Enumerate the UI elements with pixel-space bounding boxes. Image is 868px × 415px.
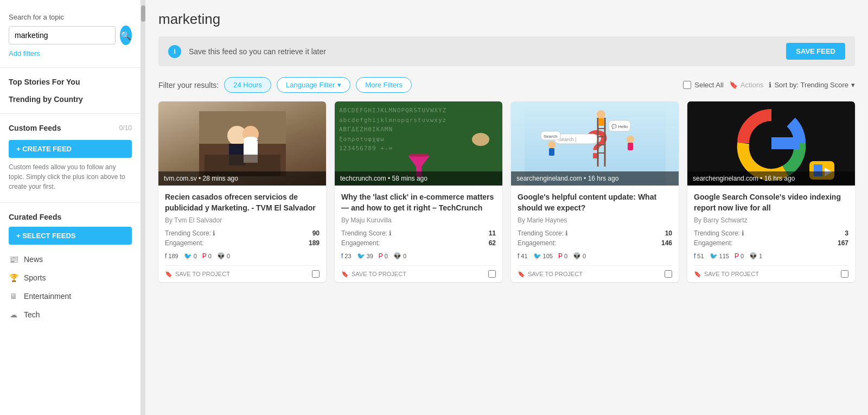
cards-grid: tvm.com.sv • 28 mins ago Recien casados … (158, 101, 855, 282)
sidebar-item-tech[interactable]: ☁ Tech (0, 305, 141, 324)
sidebar: Search for a topic 🔍 Add filters Top Sto… (0, 0, 141, 415)
select-all-row: Select All (683, 81, 723, 89)
curated-feeds-label: Curated Feeds (0, 208, 141, 225)
card-3-checkbox[interactable] (841, 270, 848, 278)
card-3-engagement: Engagement: 167 (694, 239, 848, 247)
add-filters-link[interactable]: Add filters (9, 49, 132, 58)
card-2-engagement: Engagement: 146 (518, 239, 672, 247)
save-project-button-3[interactable]: 🔖 SAVE TO PROJECT (694, 271, 759, 278)
svg-point-6 (244, 137, 258, 142)
reddit-icon-2: 👽 (573, 252, 581, 260)
card-0-engagement: Engagement: 189 (165, 239, 320, 247)
card-0-source: tvm.com.sv • 28 mins ago (158, 171, 326, 186)
pinterest-icon-1: P (379, 252, 383, 260)
sort-label: Sort by: Trending Score (774, 81, 848, 89)
filter-bar: Filter your results: 24 Hours Language F… (158, 77, 855, 93)
card-1-title: Why the 'last click' in e-commerce matte… (341, 192, 496, 213)
pinterest-count-3: P 0 (735, 252, 744, 260)
svg-text:💬 Hello: 💬 Hello (611, 124, 628, 129)
bookmark-save-icon-2: 🔖 (518, 271, 525, 278)
actions-label: Actions (741, 81, 764, 89)
card-3-body: Google Search Console's video indexing r… (687, 186, 855, 282)
custom-feeds-count: 0/10 (119, 124, 132, 132)
card-1-source: techcrunch.com • 58 mins ago (335, 171, 502, 186)
card-1-author: By Maju Kuruvilla (341, 216, 496, 224)
card-1-trending: Trending Score: ℹ 11 (341, 229, 496, 237)
entertainment-icon: 🖥 (9, 292, 18, 301)
card-2-body: Google's helpful content update: What sh… (511, 186, 679, 282)
card-0-author: By Tvm El Salvador (165, 216, 320, 224)
svg-point-23 (548, 141, 556, 149)
filter-language-button[interactable]: Language Filter ▾ (277, 77, 350, 93)
card-2-checkbox[interactable] (665, 270, 672, 278)
search-label: Search for a topic (9, 13, 132, 21)
wedding-illustration (199, 111, 286, 176)
twitter-count-3: 🐦 115 (710, 252, 729, 260)
pinterest-icon: P (202, 252, 207, 260)
filter-more-button[interactable]: More Filters (356, 77, 412, 93)
svg-rect-22 (598, 118, 604, 126)
card-2-trending: Trending Score: ℹ 10 (518, 229, 672, 237)
tech-icon: ☁ (9, 310, 18, 319)
card-1-save-row: 🔖 SAVE TO PROJECT (341, 265, 496, 278)
search-section: Search for a topic 🔍 Add filters (0, 9, 141, 62)
scroll-thumb[interactable] (141, 5, 145, 22)
reddit-icon-3: 👽 (749, 252, 757, 260)
select-feeds-button[interactable]: + SELECT FEEDS (9, 227, 132, 245)
search-input[interactable] (9, 26, 116, 44)
actions-button[interactable]: 🔖 Actions (729, 81, 764, 89)
sidebar-item-tech-label: Tech (24, 310, 40, 319)
filter-label: Filter your results: (158, 81, 219, 90)
sidebar-item-news[interactable]: 📰 News (0, 250, 141, 269)
card-2-source: searchengineland.com • 16 hrs ago (511, 171, 679, 186)
sidebar-item-sports-label: Sports (24, 273, 46, 282)
card-3-image: searchengineland.com • 16 hrs ago (687, 101, 855, 186)
facebook-icon-2: f (518, 252, 519, 260)
sidebar-item-sports[interactable]: 🏆 Sports (0, 269, 141, 287)
save-project-button-1[interactable]: 🔖 SAVE TO PROJECT (341, 271, 406, 278)
sidebar-item-trending[interactable]: Trending by Country (0, 91, 141, 108)
reddit-count-2: 👽 0 (573, 252, 586, 260)
news-icon: 📰 (9, 255, 18, 264)
reddit-icon: 👽 (217, 252, 225, 260)
card-1-image: ABCDEFGHIJKLMNOPQRSTUVWXYZabcdefghijklmn… (335, 101, 502, 186)
sort-button[interactable]: ℹ Sort by: Trending Score ▾ (769, 81, 855, 89)
card-0-checkbox[interactable] (312, 270, 320, 278)
pinterest-icon-2: P (558, 252, 563, 260)
card-2-social: f 41 🐦 105 P 0 👽 0 (518, 252, 672, 260)
info-icon: i (168, 45, 181, 58)
twitter-count-0: 🐦 0 (184, 252, 197, 260)
info-circle-icon: ℹ (213, 229, 215, 237)
card-2-image: ? Search | (511, 101, 679, 186)
twitter-icon-3: 🐦 (710, 252, 718, 260)
card-0-trending: Trending Score: ℹ 90 (165, 229, 320, 237)
card-3-author: By Barry Schwartz (694, 216, 848, 224)
save-project-button-2[interactable]: 🔖 SAVE TO PROJECT (518, 271, 583, 278)
select-all-checkbox[interactable] (683, 81, 691, 89)
filter-hours-button[interactable]: 24 Hours (224, 77, 271, 93)
svg-rect-24 (549, 148, 554, 156)
sidebar-item-top-stories[interactable]: Top Stories For You (0, 73, 141, 91)
sidebar-item-entertainment[interactable]: 🖥 Entertainment (0, 287, 141, 305)
facebook-count-1: f 23 (341, 252, 352, 260)
reddit-icon-1: 👽 (393, 252, 401, 260)
pinterest-count-1: P 0 (379, 252, 388, 260)
card-0-body: Recien casados ofrecen servicios de publ… (158, 186, 326, 282)
custom-feeds-label: Custom Feeds (9, 124, 61, 132)
facebook-count-0: f 189 (165, 252, 178, 260)
sports-icon: 🏆 (9, 273, 18, 282)
card-0-image: tvm.com.sv • 28 mins ago (158, 101, 326, 186)
save-feed-button[interactable]: SAVE FEED (786, 43, 845, 60)
card-3-source: searchengineland.com • 16 hrs ago (687, 171, 855, 186)
save-project-button-0[interactable]: 🔖 SAVE TO PROJECT (165, 271, 230, 278)
card-1-engagement: Engagement: 62 (341, 239, 496, 247)
select-all-label: Select All (694, 81, 723, 89)
card-1-checkbox[interactable] (488, 270, 496, 278)
search-button[interactable]: 🔍 (120, 25, 132, 45)
reddit-count-1: 👽 0 (393, 252, 406, 260)
card-3-trending: Trending Score: ℹ 3 (694, 229, 848, 237)
pinterest-count-2: P 0 (558, 252, 567, 260)
sort-chevron-icon: ▾ (851, 81, 855, 89)
create-feed-button[interactable]: + CREATE FEED (9, 140, 132, 158)
facebook-count-2: f 41 (518, 252, 528, 260)
